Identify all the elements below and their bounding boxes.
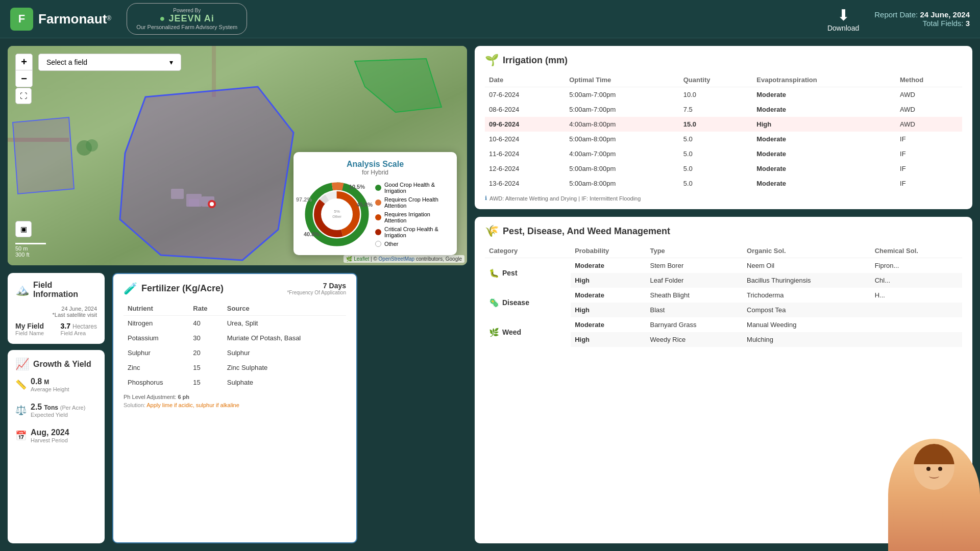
field-select-dropdown[interactable]: Select a field ▾ <box>38 54 181 71</box>
field-info-panel: 🏔️ Field Information 24 June, 2024 *Last… <box>8 273 105 344</box>
col-quantity: Quantity <box>679 73 753 87</box>
fert-footer: Ph Level Adjustment: 6 ph <box>124 394 346 400</box>
donut-chart: 5% Other 97.2% 10.5% 45.8% 40.8% <box>304 181 370 247</box>
fert-header: 🧪 Fertilizer (Kg/Acre) 7 Days *Frequency… <box>124 282 346 295</box>
quantity-cell: 7.5 <box>679 102 753 117</box>
report-date-value: 24 June, 2024 <box>920 10 970 19</box>
attribution-separator: | © <box>371 256 379 262</box>
irrigation-note-text: AWD: Alternate Wetting and Drying | IF: … <box>489 195 641 202</box>
pest-header: 🌾 Pest, Disease, And Weed Management <box>485 224 962 238</box>
col-rate: Rate <box>189 302 223 316</box>
rate-cell: 20 <box>189 345 223 360</box>
report-date-row: Report Date: 24 June, 2024 <box>874 10 970 19</box>
probability-cell: High <box>571 303 646 317</box>
method-cell: IF <box>896 132 962 146</box>
height-unit: M <box>44 379 49 386</box>
evapotranspiration-cell: Moderate <box>752 161 896 176</box>
zoom-controls[interactable]: + − <box>15 54 33 87</box>
organic-cell: Mulching <box>743 332 871 347</box>
legend-label-irrigation: Requires Irrigation Attention <box>384 211 447 223</box>
col-chemical: Chemical Sol. <box>871 244 962 258</box>
yield-value: 2.5 <box>31 403 42 411</box>
svg-marker-10 <box>13 117 74 194</box>
col-method: Method <box>896 73 962 87</box>
layers-button[interactable]: ▣ <box>15 221 32 237</box>
fert-title-area: 🧪 Fertilizer (Kg/Acre) <box>124 282 224 295</box>
download-button[interactable]: ⬇ Download <box>827 6 859 32</box>
height-val-row: 0.8 M <box>31 377 69 386</box>
svg-text:Other: Other <box>332 215 341 218</box>
zoom-in-button[interactable]: + <box>16 54 32 70</box>
layers-icon: ▣ <box>20 225 27 233</box>
category-cell: 🦠 Disease <box>485 288 571 317</box>
date-cell: 09-6-2024 <box>485 117 565 132</box>
yield-unit: Tons <box>44 404 58 411</box>
va-hair <box>914 444 954 464</box>
date-cell: 11-6-2024 <box>485 146 565 161</box>
legend-critical: Critical Crop Health & Irrigation <box>375 226 447 238</box>
nutrient-cell: Potassium <box>124 331 189 345</box>
field-area-label: Field Area <box>61 330 97 336</box>
table-row: 🐛 Pest Moderate Stem Borer Neem Oil Fipr… <box>485 258 962 273</box>
svg-point-23 <box>326 203 348 226</box>
total-fields-row: Total Fields: 3 <box>874 19 970 28</box>
field-info-row: My Field Field Name 3.7 Hectares Field A… <box>15 322 97 336</box>
method-cell: IF <box>896 161 962 176</box>
my-field-area: My Field Field Name <box>15 322 44 336</box>
solution-text[interactable]: Apply lime if acidic, sulphur if alkalin… <box>146 402 239 408</box>
harvest-label: Harvest Period <box>31 437 69 443</box>
method-cell: AWD <box>896 87 962 103</box>
table-row: 08-6-2024 5:00am-7:00pm 7.5 Moderate AWD <box>485 102 962 117</box>
table-row: Nitrogen 40 Urea, Split <box>124 316 346 331</box>
chemical-cell: Chl... <box>871 273 962 288</box>
zoom-out-button[interactable]: − <box>16 70 32 87</box>
field-select-label: Select a field <box>46 58 87 66</box>
fert-solution: Solution: Apply lime if acidic, sulphur … <box>124 402 346 408</box>
cat-name: Pest <box>502 269 518 277</box>
last-satellite-label: *Last satellite visit <box>15 312 97 318</box>
harvest-stat: 📅 Aug, 2024 Harvest Period <box>15 428 69 443</box>
date-cell: 07-6-2024 <box>485 87 565 103</box>
va-body <box>888 439 980 551</box>
harvest-date: Aug, 2024 <box>31 428 69 437</box>
powered-by-label: Powered By <box>173 8 201 13</box>
rate-cell: 30 <box>189 331 223 345</box>
my-field-name: My Field <box>15 322 44 330</box>
irrigation-note: ℹ AWD: Alternate Wetting and Drying | IF… <box>485 195 962 202</box>
svg-rect-2 <box>212 46 216 97</box>
table-row: 09-6-2024 4:00am-8:00pm 15.0 High AWD <box>485 117 962 132</box>
field-info-icon: 🏔️ <box>15 283 29 296</box>
evapotranspiration-cell: Moderate <box>752 102 896 117</box>
method-cell: IF <box>896 146 962 161</box>
hectares-number: 3.7 <box>61 322 70 330</box>
fullscreen-button[interactable]: ⛶ <box>15 88 32 104</box>
quantity-cell: 5.0 <box>679 161 753 176</box>
date-cell: 10-6-2024 <box>485 132 565 146</box>
attribution-end: contributors, Google <box>416 256 462 262</box>
legend-label-other: Other <box>384 241 399 247</box>
rate-cell: 15 <box>189 375 223 390</box>
quantity-cell: 5.0 <box>679 132 753 146</box>
col-optimal: Optimal Time <box>565 73 679 87</box>
gy-stats: 📏 0.8 M Average Height ⚖️ <box>15 377 97 443</box>
col-probability: Probability <box>571 244 646 258</box>
scale-300ft: 300 ft <box>15 252 46 258</box>
gy-header: 📈 Growth & Yield <box>15 358 97 371</box>
leaflet-link[interactable]: 🌿 Leaflet <box>346 256 369 262</box>
field-info-top: 🏔️ Field Information <box>15 281 97 302</box>
table-row: Phosphorus 15 Sulphate <box>124 375 346 390</box>
source-cell: Muriate Of Potash, Basal <box>223 331 346 345</box>
nutrient-cell: Zinc <box>124 360 189 375</box>
chemical-cell <box>871 317 962 332</box>
ph-label: Ph Level Adjustment: <box>124 394 176 400</box>
evapotranspiration-cell: High <box>752 117 896 132</box>
rate-cell: 15 <box>189 360 223 375</box>
table-row: 12-6-2024 5:00am-8:00pm 5.0 Moderate IF <box>485 161 962 176</box>
ph-value: 6 ph <box>178 394 189 400</box>
osm-link[interactable]: OpenStreetMap <box>379 256 415 262</box>
col-evapotranspiration: Evapotranspiration <box>752 73 896 87</box>
optimal-cell: 5:00am-7:00pm <box>565 102 679 117</box>
logo-area: F Farmonaut® <box>10 8 111 31</box>
map-container[interactable]: + − ⛶ ▣ Select a field ▾ 50 m 300 ft 🌿 L… <box>8 46 467 265</box>
col-nutrient: Nutrient <box>124 302 189 316</box>
